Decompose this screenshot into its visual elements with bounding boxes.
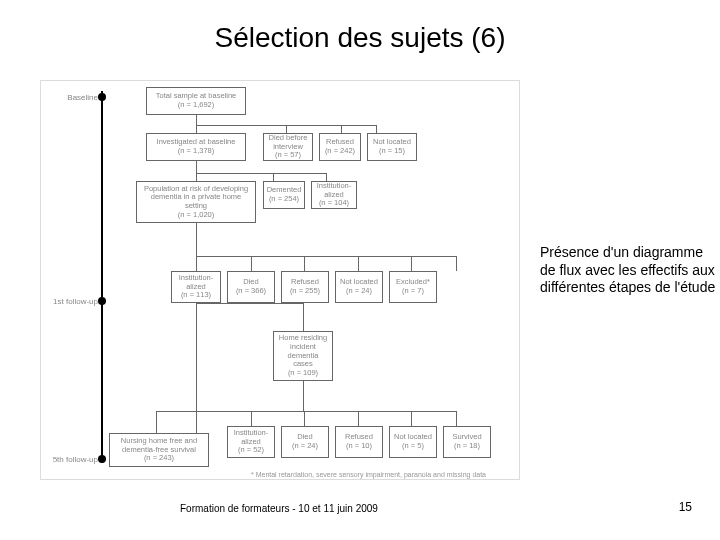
box-died-before: Died before interview (n = 57): [263, 133, 313, 161]
timeline-dot-baseline: [98, 93, 106, 101]
timeline-label-baseline: Baseline: [43, 93, 98, 102]
connector: [286, 125, 287, 133]
box-died-3: Died (n = 24): [281, 426, 329, 458]
box-home-residing: Home residing incident dementia cases (n…: [273, 331, 333, 381]
box-n: (n = 109): [288, 369, 318, 378]
box-label: Home residing incident dementia cases: [277, 334, 329, 369]
box-label: Nursing home free and dementia-free surv…: [113, 437, 205, 454]
connector: [196, 173, 326, 174]
box-refused-1: Refused (n = 242): [319, 133, 361, 161]
timeline-label-first: 1st follow-up: [43, 297, 98, 306]
footnote: * Mental retardation, severe sensory imp…: [251, 471, 511, 478]
connector: [196, 161, 197, 181]
box-total-sample: Total sample at baseline (n = 1,692): [146, 87, 246, 115]
box-n: (n = 242): [325, 147, 355, 156]
box-n: (n = 7): [402, 287, 424, 296]
connector: [273, 173, 274, 181]
box-label: Institution-alized: [315, 182, 353, 199]
connector: [303, 303, 304, 331]
connector: [196, 223, 197, 271]
slide-number: 15: [679, 500, 692, 514]
box-notlocated-2: Not located (n = 24): [335, 271, 383, 303]
connector: [196, 115, 197, 133]
connector: [251, 256, 252, 271]
box-died-2: Died (n = 366): [227, 271, 275, 303]
box-n: (n = 254): [269, 195, 299, 204]
box-n: (n = 18): [454, 442, 480, 451]
box-n: (n = 366): [236, 287, 266, 296]
connector: [156, 411, 157, 433]
connector: [411, 256, 412, 271]
box-institutionalized-2: Institution-alized (n = 113): [171, 271, 221, 303]
box-n: (n = 113): [181, 291, 211, 300]
box-institutionalized-1: Institution-alized (n = 104): [311, 181, 357, 209]
connector: [358, 256, 359, 271]
box-n: (n = 15): [379, 147, 405, 156]
box-n: (n = 10): [346, 442, 372, 451]
timeline-dot-fifth: [98, 455, 106, 463]
footer-left: Formation de formateurs - 10 et 11 juin …: [180, 503, 378, 514]
box-institutionalized-3: Institution-alized (n = 52): [227, 426, 275, 458]
connector: [196, 256, 456, 257]
box-n: (n = 24): [292, 442, 318, 451]
box-demented: Demented (n = 254): [263, 181, 305, 209]
page-title: Sélection des sujets (6): [0, 0, 720, 64]
box-label: Died before interview: [267, 134, 309, 151]
box-n: (n = 5): [402, 442, 424, 451]
box-label: Institution-alized: [231, 429, 271, 446]
connector: [303, 381, 304, 411]
box-n: (n = 104): [319, 199, 349, 208]
connector: [456, 256, 457, 271]
box-n: (n = 1,692): [178, 101, 214, 110]
connector: [341, 125, 342, 133]
connector: [196, 411, 456, 412]
box-n: (n = 24): [346, 287, 372, 296]
timeline-line: [101, 91, 103, 463]
box-n: (n = 1,020): [178, 211, 214, 220]
connector: [196, 303, 303, 304]
box-n: (n = 52): [238, 446, 264, 455]
connector: [456, 411, 457, 426]
connector: [411, 411, 412, 426]
connector: [358, 411, 359, 426]
connector: [251, 411, 252, 426]
box-refused-3: Refused (n = 10): [335, 426, 383, 458]
box-survived: Survived (n = 18): [443, 426, 491, 458]
box-nursing-home-free: Nursing home free and dementia-free surv…: [109, 433, 209, 467]
box-investigated: Investigated at baseline (n = 1,378): [146, 133, 246, 161]
box-n: (n = 243): [144, 454, 174, 463]
flow-diagram: Baseline 1st follow-up 5th follow-up Tot…: [40, 80, 520, 480]
timeline-dot-first: [98, 297, 106, 305]
box-excluded: Excluded* (n = 7): [389, 271, 437, 303]
annotation-text: Présence d'un diagramme de flux avec les…: [540, 244, 720, 297]
connector: [304, 256, 305, 271]
box-label: Institution-alized: [175, 274, 217, 291]
connector: [304, 411, 305, 426]
connector: [156, 411, 196, 412]
box-n: (n = 255): [290, 287, 320, 296]
box-population-risk: Population at risk of developing dementi…: [136, 181, 256, 223]
box-refused-2: Refused (n = 255): [281, 271, 329, 303]
connector: [376, 125, 377, 133]
box-n: (n = 57): [275, 151, 301, 160]
box-label: Population at risk of developing dementi…: [140, 185, 252, 211]
timeline-label-fifth: 5th follow-up: [43, 455, 98, 464]
connector: [196, 303, 197, 433]
box-notlocated-1: Not located (n = 15): [367, 133, 417, 161]
box-n: (n = 1,378): [178, 147, 214, 156]
connector: [326, 173, 327, 181]
box-notlocated-3: Not located (n = 5): [389, 426, 437, 458]
